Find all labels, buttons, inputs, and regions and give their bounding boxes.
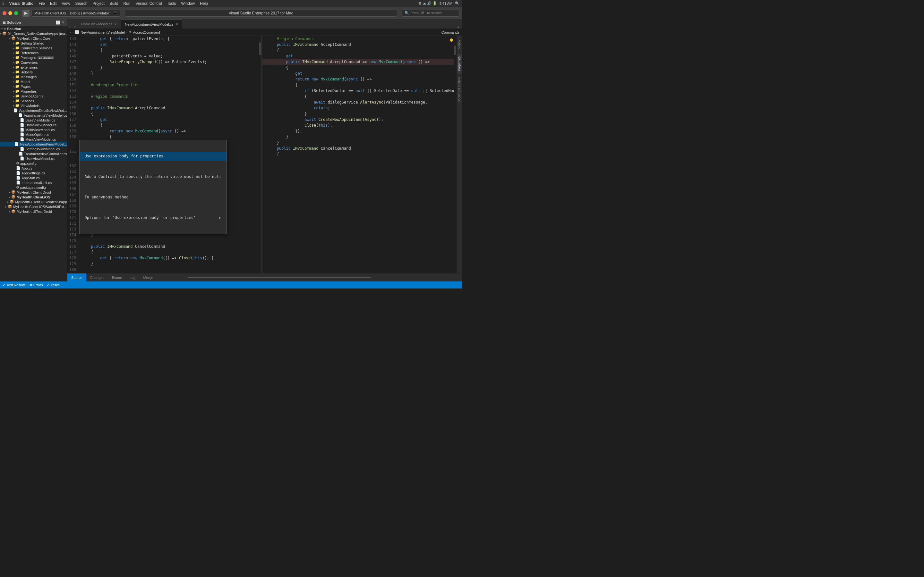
tree-item-appstart-cs[interactable]: 📄AppStart.cs	[0, 175, 67, 180]
nav-forward[interactable]: ›	[73, 25, 78, 29]
tab-close-newappointmentviewmodel[interactable]: ✕	[176, 23, 178, 26]
context-menu-item-3[interactable]: Options for 'Use expression body for pro…	[79, 213, 226, 222]
tab-blame[interactable]: Blame	[108, 274, 126, 282]
menu-run[interactable]: Run	[123, 1, 130, 6]
breadcrumb-member[interactable]: AcceptCommand	[133, 31, 160, 34]
tree-item-viewmodels[interactable]: ▾📁ViewModels	[0, 103, 67, 108]
solution-collapse-icon[interactable]: ⬜	[56, 21, 60, 25]
menu-tools[interactable]: Tools	[167, 1, 176, 6]
tree-item-label: Solution	[7, 27, 21, 31]
menu-search[interactable]: Search	[75, 1, 87, 6]
tree-arrow: ▾	[0, 32, 2, 35]
editor-scroll-track[interactable]	[157, 277, 462, 278]
tree-item-settingsviewmodel-cs[interactable]: 📄SettingsViewModel.cs	[0, 147, 67, 151]
tab-overflow[interactable]: ≡	[455, 25, 462, 29]
close-button[interactable]	[3, 11, 6, 15]
search-icon[interactable]: 🔍	[455, 1, 459, 5]
tree-item-appsettings-cs[interactable]: 📄AppSettings.cs	[0, 171, 67, 175]
tree-item-references[interactable]: ▸📁References	[0, 50, 67, 55]
tree-item-mainviewmodel-cs[interactable]: 📄MainViewModel.cs	[0, 127, 67, 132]
tree-item-serviceagents[interactable]: ▸📁ServiceAgents	[0, 93, 67, 98]
menu-build[interactable]: Build	[110, 1, 118, 6]
test-results[interactable]: ✓ Test Results	[3, 283, 26, 287]
tree-item-myhealth-client-ioswatchkitapp[interactable]: ▸📦MyHealth.Client.iOSWatchKitApp	[0, 199, 67, 204]
toolbox-tab[interactable]: Toolbox	[457, 37, 462, 53]
tree-item-getting-started[interactable]: ▾📁Getting Started	[0, 41, 67, 45]
document-outline-tab[interactable]: Document Outline	[457, 74, 462, 105]
tree-item-converters[interactable]: ▸📁Converters	[0, 60, 67, 65]
menu-view[interactable]: View	[62, 1, 70, 6]
errors[interactable]: ✕ Errors	[29, 283, 43, 287]
tree-item-app-config[interactable]: ⚙app.config	[0, 161, 67, 166]
tree-item-app-cs[interactable]: 📄App.cs	[0, 166, 67, 171]
tab-newappointmentviewmodel[interactable]: NewAppointmentViewModel.cs ✕	[121, 19, 182, 29]
scrollbar-track[interactable]	[258, 36, 261, 273]
tab-homeviewmodel[interactable]: HomeViewModel.cs ✕	[78, 19, 121, 29]
tree-item-myhealth-client-ioswatchkitext---[interactable]: ▸📦MyHealth.Client.iOSWatchKitExt...	[0, 204, 67, 209]
left-code-editor[interactable]: 143 get { return _patientEvents; } 144 s…	[67, 36, 261, 273]
tasks[interactable]: ✓ Tasks	[47, 283, 60, 287]
tree-item-packages[interactable]: ▸📁Packages13 updates	[0, 55, 67, 60]
menu-window[interactable]: Window	[181, 1, 195, 6]
tab-log[interactable]: Log	[126, 274, 139, 282]
scrollbar-thumb[interactable]	[259, 42, 261, 55]
global-search[interactable]: 🔍 Press '⌘.' to search	[402, 10, 459, 17]
tree-item-connected-services[interactable]: ▸📁Connected Services	[0, 45, 67, 50]
tree-item-properties[interactable]: ▸📁Properties	[0, 89, 67, 93]
solution-close-icon[interactable]: ✕	[61, 21, 65, 25]
nav-back[interactable]: ‹	[67, 25, 73, 29]
tree-item-extensions[interactable]: ▸📁Extensions	[0, 65, 67, 69]
maximize-button[interactable]	[14, 11, 18, 15]
context-menu-item-2[interactable]: To anonymous method	[79, 193, 226, 201]
tree-item-menuviewmodel-cs[interactable]: 📄MenuViewModel.cs	[0, 137, 67, 142]
tree-item-model[interactable]: ▸📁Model	[0, 79, 67, 84]
tree-item-internationalunit-cs[interactable]: 📄InternationalUnit.cs	[0, 180, 67, 185]
minimize-button[interactable]	[8, 11, 12, 15]
tree-item-myhealth-client-droid[interactable]: ▸📦MyHealth.Client.Droid	[0, 190, 67, 195]
run-button[interactable]: ▶	[23, 10, 29, 17]
tree-item-messages[interactable]: ▸📁Messages	[0, 74, 67, 79]
tree-item-label: UserViewModel.cs	[25, 157, 55, 161]
tree-item-appointmentsviewmodel-cs[interactable]: 📄AppointmentsViewModel.cs	[0, 113, 67, 118]
apple-icon[interactable]: 	[3, 1, 4, 6]
menu-version-control[interactable]: Version Control	[136, 1, 162, 6]
menu-file[interactable]: File	[39, 1, 45, 6]
tab-merge[interactable]: Merge	[139, 274, 157, 282]
menu-project[interactable]: Project	[92, 1, 104, 6]
tree-item-myhealth-client-core[interactable]: ▾📦MyHealth.Client.Core	[0, 36, 67, 41]
tree-item-baseviewmodel-cs[interactable]: 📄BaseViewModel.cs	[0, 118, 67, 122]
tab-changes[interactable]: Changes	[86, 274, 108, 282]
nav-prev-icon[interactable]: ‹	[70, 31, 71, 34]
tree-item-myhealth-uitest-droid[interactable]: ▸📦MyHealth.UITest.Droid	[0, 209, 67, 214]
tree-item-newappointmentviewmodel---[interactable]: 📄NewAppointmentViewModel...	[0, 142, 67, 147]
menu-help[interactable]: Help	[200, 1, 208, 6]
tree-item-pages[interactable]: ▸📁Pages	[0, 84, 67, 89]
right-scrollbar-track[interactable]	[454, 36, 456, 273]
tree-item-appointmentdetailsviewmod---[interactable]: 📄AppointmentDetailsViewMod...	[0, 108, 67, 113]
tree-item-label: AppointmentDetailsViewMod...	[19, 109, 67, 113]
right-code-editor[interactable]: #region Commands public IMvxCommand Acce…	[262, 36, 456, 273]
tree-item-helpers[interactable]: ▸📁Helpers	[0, 69, 67, 74]
tab-source[interactable]: Source	[67, 274, 86, 282]
nav-next-icon[interactable]: ›	[73, 31, 74, 34]
tree-item-menuoption-cs[interactable]: 📄MenuOption.cs	[0, 132, 67, 137]
tree-item-packages-config[interactable]: ⚙packages.config	[0, 185, 67, 190]
tree-item-04-demos-nativexamarinapps--ma---[interactable]: ▾📦04_Demos_NativeXamarinApps (ma...	[0, 31, 67, 36]
tree-item-homeviewmodel-cs[interactable]: 📄HomeViewModel.cs	[0, 122, 67, 127]
properties-tab[interactable]: Properties	[457, 54, 462, 74]
menu-edit[interactable]: Edit	[50, 1, 57, 6]
tree-item-myhealth-client-ios[interactable]: ▸📦MyHealth.Client.iOS	[0, 195, 67, 199]
tree-item-treatmentviewcontroller-cs[interactable]: 📄TreatmentViewController.cs	[0, 151, 67, 156]
right-code-line: return;	[262, 105, 456, 111]
tree-item-userviewmodel-cs[interactable]: 📄UserViewModel.cs	[0, 156, 67, 161]
project-path[interactable]: MyHealth.Client.iOS › Debug | iPhoneSimu…	[31, 10, 120, 17]
right-scrollbar-thumb[interactable]	[454, 45, 456, 55]
tree-item-solution[interactable]: ▾◈Solution	[0, 26, 67, 31]
context-menu-item-0[interactable]: Use expression body for properties	[79, 152, 226, 161]
tab-close-homeviewmodel[interactable]: ✕	[114, 23, 117, 26]
editor-scroll-thumb[interactable]	[188, 277, 371, 278]
commands-label[interactable]: Commands	[441, 31, 459, 34]
context-menu-item-1[interactable]: Add a Contract to specify the return val…	[79, 172, 226, 181]
tree-item-services[interactable]: ▸📁Services	[0, 98, 67, 103]
breadcrumb-model[interactable]: NewAppointmentViewModel	[81, 31, 124, 34]
